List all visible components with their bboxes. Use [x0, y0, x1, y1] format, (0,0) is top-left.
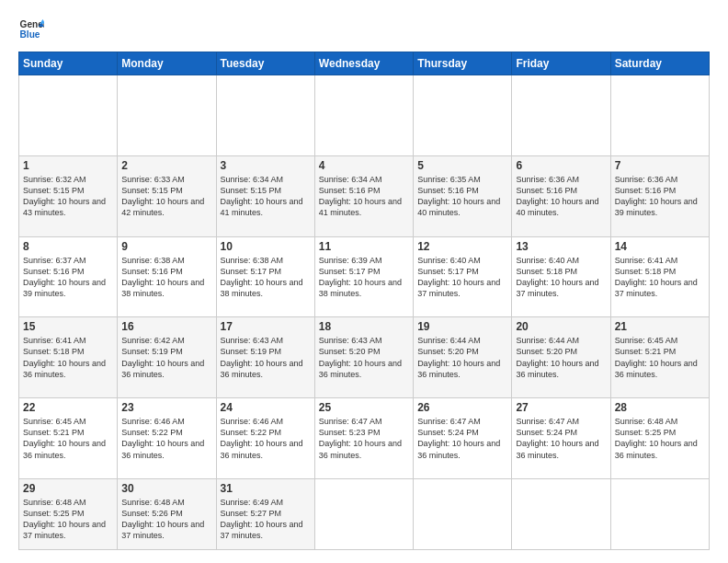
calendar-cell: 25Sunrise: 6:47 AMSunset: 5:23 PMDayligh… [314, 398, 413, 479]
cell-info: Sunrise: 6:48 AMSunset: 5:25 PMDaylight:… [615, 416, 705, 461]
day-number: 29 [23, 482, 113, 495]
day-number: 31 [221, 482, 311, 495]
calendar-cell [414, 478, 512, 549]
weekday-header: Friday [512, 52, 610, 75]
calendar-table: SundayMondayTuesdayWednesdayThursdayFrid… [18, 52, 710, 550]
cell-info: Sunrise: 6:37 AMSunset: 5:16 PMDaylight:… [23, 255, 113, 300]
day-number: 4 [319, 159, 409, 172]
calendar-cell [610, 75, 709, 156]
day-number: 25 [319, 401, 409, 414]
calendar-cell: 10Sunrise: 6:38 AMSunset: 5:17 PMDayligh… [216, 236, 314, 317]
calendar-cell: 14Sunrise: 6:41 AMSunset: 5:18 PMDayligh… [610, 236, 709, 317]
cell-info: Sunrise: 6:44 AMSunset: 5:20 PMDaylight:… [417, 335, 507, 380]
day-number: 27 [516, 401, 606, 414]
calendar-cell [19, 75, 118, 156]
calendar-header-row: SundayMondayTuesdayWednesdayThursdayFrid… [19, 52, 710, 75]
calendar-cell: 22Sunrise: 6:45 AMSunset: 5:21 PMDayligh… [19, 398, 118, 479]
calendar-cell: 27Sunrise: 6:47 AMSunset: 5:24 PMDayligh… [512, 398, 610, 479]
day-number: 21 [615, 320, 705, 333]
day-number: 9 [121, 240, 211, 253]
day-number: 5 [417, 159, 507, 172]
cell-info: Sunrise: 6:48 AMSunset: 5:25 PMDaylight:… [23, 497, 113, 542]
cell-info: Sunrise: 6:43 AMSunset: 5:20 PMDaylight:… [319, 335, 409, 380]
day-number: 16 [121, 320, 211, 333]
cell-info: Sunrise: 6:49 AMSunset: 5:27 PMDaylight:… [221, 497, 311, 542]
day-number: 15 [23, 320, 113, 333]
calendar-cell: 13Sunrise: 6:40 AMSunset: 5:18 PMDayligh… [512, 236, 610, 317]
calendar-cell: 7Sunrise: 6:36 AMSunset: 5:16 PMDaylight… [610, 155, 709, 236]
day-number: 24 [221, 401, 311, 414]
weekday-header: Tuesday [216, 52, 314, 75]
calendar-cell: 26Sunrise: 6:47 AMSunset: 5:24 PMDayligh… [414, 398, 512, 479]
calendar-cell: 5Sunrise: 6:35 AMSunset: 5:16 PMDaylight… [414, 155, 512, 236]
weekday-header: Saturday [610, 52, 709, 75]
day-number: 26 [417, 401, 507, 414]
calendar-cell: 18Sunrise: 6:43 AMSunset: 5:20 PMDayligh… [314, 317, 413, 398]
day-number: 28 [615, 401, 705, 414]
day-number: 6 [516, 159, 606, 172]
calendar-cell: 11Sunrise: 6:39 AMSunset: 5:17 PMDayligh… [314, 236, 413, 317]
weekday-header: Monday [118, 52, 216, 75]
calendar-cell: 2Sunrise: 6:33 AMSunset: 5:15 PMDaylight… [118, 155, 216, 236]
day-number: 11 [319, 240, 409, 253]
cell-info: Sunrise: 6:47 AMSunset: 5:24 PMDaylight:… [417, 416, 507, 461]
calendar-cell: 19Sunrise: 6:44 AMSunset: 5:20 PMDayligh… [414, 317, 512, 398]
calendar-cell [314, 75, 413, 156]
cell-info: Sunrise: 6:36 AMSunset: 5:16 PMDaylight:… [516, 174, 606, 219]
calendar-cell [118, 75, 216, 156]
calendar-cell: 15Sunrise: 6:41 AMSunset: 5:18 PMDayligh… [19, 317, 118, 398]
cell-info: Sunrise: 6:40 AMSunset: 5:18 PMDaylight:… [516, 255, 606, 300]
day-number: 23 [121, 401, 211, 414]
cell-info: Sunrise: 6:38 AMSunset: 5:17 PMDaylight:… [221, 255, 311, 300]
day-number: 18 [319, 320, 409, 333]
day-number: 8 [23, 240, 113, 253]
day-number: 12 [417, 240, 507, 253]
cell-info: Sunrise: 6:46 AMSunset: 5:22 PMDaylight:… [221, 416, 311, 461]
logo: General Blue [18, 17, 48, 42]
cell-info: Sunrise: 6:35 AMSunset: 5:16 PMDaylight:… [417, 174, 507, 219]
day-number: 7 [615, 159, 705, 172]
day-number: 20 [516, 320, 606, 333]
weekday-header: Wednesday [314, 52, 413, 75]
day-number: 22 [23, 401, 113, 414]
cell-info: Sunrise: 6:34 AMSunset: 5:15 PMDaylight:… [221, 174, 311, 219]
cell-info: Sunrise: 6:42 AMSunset: 5:19 PMDaylight:… [121, 335, 211, 380]
day-number: 13 [516, 240, 606, 253]
header: General Blue [18, 17, 710, 42]
day-number: 3 [221, 159, 311, 172]
cell-info: Sunrise: 6:40 AMSunset: 5:17 PMDaylight:… [417, 255, 507, 300]
calendar-cell: 20Sunrise: 6:44 AMSunset: 5:20 PMDayligh… [512, 317, 610, 398]
cell-info: Sunrise: 6:47 AMSunset: 5:23 PMDaylight:… [319, 416, 409, 461]
calendar-cell: 8Sunrise: 6:37 AMSunset: 5:16 PMDaylight… [19, 236, 118, 317]
calendar-cell [610, 478, 709, 549]
calendar-cell: 31Sunrise: 6:49 AMSunset: 5:27 PMDayligh… [216, 478, 314, 549]
cell-info: Sunrise: 6:45 AMSunset: 5:21 PMDaylight:… [615, 335, 705, 380]
calendar-cell: 12Sunrise: 6:40 AMSunset: 5:17 PMDayligh… [414, 236, 512, 317]
cell-info: Sunrise: 6:41 AMSunset: 5:18 PMDaylight:… [23, 335, 113, 380]
cell-info: Sunrise: 6:46 AMSunset: 5:22 PMDaylight:… [121, 416, 211, 461]
calendar-cell [314, 478, 413, 549]
cell-info: Sunrise: 6:38 AMSunset: 5:16 PMDaylight:… [121, 255, 211, 300]
calendar-cell: 17Sunrise: 6:43 AMSunset: 5:19 PMDayligh… [216, 317, 314, 398]
page: General Blue SundayMondayTuesdayWednesda… [0, 0, 728, 563]
calendar-cell: 21Sunrise: 6:45 AMSunset: 5:21 PMDayligh… [610, 317, 709, 398]
cell-info: Sunrise: 6:32 AMSunset: 5:15 PMDaylight:… [23, 174, 113, 219]
day-number: 17 [221, 320, 311, 333]
calendar-cell: 28Sunrise: 6:48 AMSunset: 5:25 PMDayligh… [610, 398, 709, 479]
day-number: 10 [221, 240, 311, 253]
weekday-header: Sunday [19, 52, 118, 75]
calendar-cell [512, 478, 610, 549]
calendar-cell [512, 75, 610, 156]
cell-info: Sunrise: 6:39 AMSunset: 5:17 PMDaylight:… [319, 255, 409, 300]
calendar-cell [216, 75, 314, 156]
weekday-header: Thursday [414, 52, 512, 75]
svg-text:Blue: Blue [20, 29, 40, 40]
calendar-cell: 3Sunrise: 6:34 AMSunset: 5:15 PMDaylight… [216, 155, 314, 236]
day-number: 19 [417, 320, 507, 333]
cell-info: Sunrise: 6:36 AMSunset: 5:16 PMDaylight:… [615, 174, 705, 219]
calendar-cell: 29Sunrise: 6:48 AMSunset: 5:25 PMDayligh… [19, 478, 118, 549]
calendar-cell: 4Sunrise: 6:34 AMSunset: 5:16 PMDaylight… [314, 155, 413, 236]
cell-info: Sunrise: 6:33 AMSunset: 5:15 PMDaylight:… [121, 174, 211, 219]
cell-info: Sunrise: 6:44 AMSunset: 5:20 PMDaylight:… [516, 335, 606, 380]
calendar-cell: 24Sunrise: 6:46 AMSunset: 5:22 PMDayligh… [216, 398, 314, 479]
